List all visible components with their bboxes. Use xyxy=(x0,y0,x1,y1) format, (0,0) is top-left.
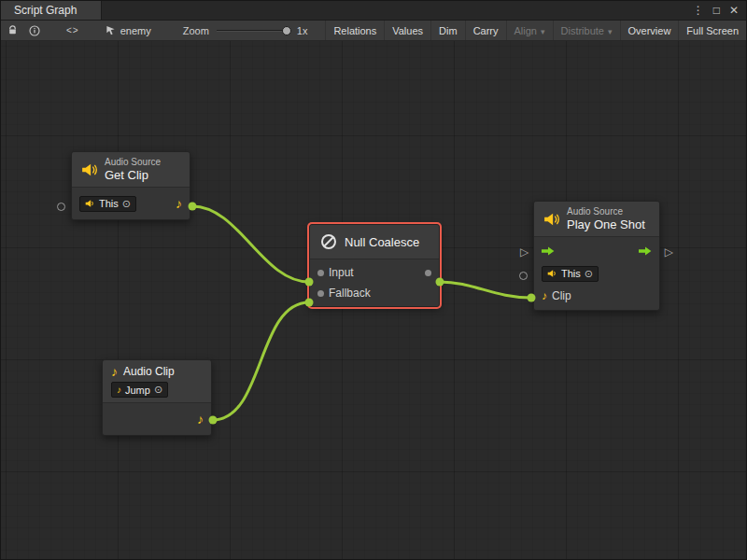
zoom-slider[interactable] xyxy=(217,26,291,35)
audio-clip-output-icon: ♪ xyxy=(176,197,182,210)
input-label: Input xyxy=(329,266,354,279)
wire-nulloutput-to-clip[interactable] xyxy=(440,282,531,298)
flow-input-arrow-icon[interactable] xyxy=(542,246,555,256)
info-icon[interactable] xyxy=(23,21,46,40)
tab-title: Script Graph xyxy=(14,4,77,17)
dim-button[interactable]: Dim xyxy=(430,21,465,40)
audio-clip-icon: ♪ xyxy=(111,365,118,378)
audio-clip-value: Jump xyxy=(125,385,150,396)
node-title: Null Coalesce xyxy=(345,235,419,249)
object-picker-icon[interactable]: ⊙ xyxy=(585,269,593,279)
speaker-icon xyxy=(547,269,557,278)
caret-down-icon: ▾ xyxy=(608,27,613,36)
node-category: Audio Source xyxy=(567,206,645,217)
flow-output-arrow-icon[interactable] xyxy=(639,246,652,256)
node-category: Audio Source xyxy=(105,157,161,168)
audio-source-icon xyxy=(81,162,98,177)
wire-audioclip-to-fallback[interactable] xyxy=(213,302,309,420)
object-picker-icon[interactable]: ⊙ xyxy=(122,199,131,209)
node-header: ♪ Audio Clip ♪ Jump ⊙ xyxy=(103,360,211,402)
overview-button[interactable]: Overview xyxy=(620,21,679,40)
toolbar-buttons: Relations Values Dim Carry Align▾ Distri… xyxy=(325,21,746,40)
node-title: Get Clip xyxy=(105,168,161,182)
flow-input-port[interactable]: ▷ xyxy=(520,246,529,258)
script-graph-window: Script Graph ⋮ □ ✕ <> enemy Zoom 1x Rela… xyxy=(0,0,747,560)
relations-button[interactable]: Relations xyxy=(325,21,384,40)
this-object-field[interactable]: This ⊙ xyxy=(79,196,136,212)
audio-clip-icon: ♪ xyxy=(542,290,547,301)
tab-script-graph[interactable]: Script Graph xyxy=(1,1,102,20)
node-get-clip[interactable]: Audio Source Get Clip This ⊙ ♪ xyxy=(71,151,190,220)
zoom-slider-track[interactable] xyxy=(217,30,291,32)
fullscreen-button[interactable]: Full Screen xyxy=(678,21,746,40)
node-body: Input Fallback xyxy=(310,259,439,306)
flow-output-port[interactable]: ▷ xyxy=(665,246,673,258)
values-button[interactable]: Values xyxy=(384,21,430,40)
this-input-port[interactable] xyxy=(519,272,528,280)
note-icon: ♪ xyxy=(117,385,121,395)
fallback-port[interactable] xyxy=(317,290,324,297)
maximize-icon[interactable]: □ xyxy=(713,5,720,16)
audio-source-icon xyxy=(543,212,560,227)
this-value: This xyxy=(99,198,119,209)
node-body: This ⊙ ♪ Clip xyxy=(534,236,659,310)
audio-clip-object-field[interactable]: ♪ Jump ⊙ xyxy=(111,382,168,398)
zoom-value: 1x xyxy=(297,25,308,36)
node-play-one-shot[interactable]: Audio Source Play One Shot This ⊙ xyxy=(533,201,660,311)
node-titles: Audio Source Play One Shot xyxy=(567,206,645,231)
node-title: Play One Shot xyxy=(567,217,645,231)
audio-clip-output-icon: ♪ xyxy=(197,413,204,426)
this-object-field[interactable]: This ⊙ xyxy=(542,266,599,282)
caret-down-icon: ▾ xyxy=(541,27,545,36)
node-header: Audio Source Play One Shot xyxy=(534,202,659,236)
result-output-port[interactable] xyxy=(425,270,431,276)
wire-getclip-to-input[interactable] xyxy=(192,206,309,282)
input-port[interactable] xyxy=(317,270,324,276)
node-audio-clip[interactable]: ♪ Audio Clip ♪ Jump ⊙ ♪ xyxy=(102,359,212,436)
node-header: Audio Source Get Clip xyxy=(72,152,190,187)
null-coalesce-icon xyxy=(319,232,338,251)
node-body: ♪ xyxy=(103,402,211,435)
this-value: This xyxy=(561,268,581,279)
node-header: Null Coalesce xyxy=(310,225,439,259)
fallback-label: Fallback xyxy=(329,287,371,300)
node-null-coalesce[interactable]: Null Coalesce Input Fallback xyxy=(309,224,440,307)
this-input-port[interactable] xyxy=(57,203,65,211)
zoom-label: Zoom xyxy=(183,25,209,36)
zoom-slider-handle[interactable] xyxy=(282,26,291,35)
close-icon[interactable]: ✕ xyxy=(729,5,739,16)
menu-icon[interactable]: ⋮ xyxy=(693,5,704,16)
graph-name: enemy xyxy=(120,25,151,36)
clip-label: Clip xyxy=(552,289,571,302)
lock-icon[interactable] xyxy=(1,21,23,40)
node-title: Audio Clip xyxy=(123,365,175,378)
distribute-button[interactable]: Distribute▾ xyxy=(553,21,620,40)
graph-breadcrumb: enemy xyxy=(106,25,151,36)
pointer-icon xyxy=(106,25,116,36)
code-view-icon[interactable]: <> xyxy=(66,25,79,35)
carry-button[interactable]: Carry xyxy=(465,21,506,40)
node-titles: Audio Source Get Clip xyxy=(105,157,161,182)
align-button[interactable]: Align▾ xyxy=(506,21,553,40)
object-picker-icon[interactable]: ⊙ xyxy=(154,385,162,395)
speaker-icon xyxy=(85,199,95,208)
node-body: This ⊙ ♪ xyxy=(72,187,190,219)
graph-canvas[interactable]: Audio Source Get Clip This ⊙ ♪ xyxy=(1,41,747,560)
graph-toolbar: <> enemy Zoom 1x Relations Values Dim Ca… xyxy=(1,21,746,41)
window-controls: ⋮ □ ✕ xyxy=(685,1,746,20)
titlebar: Script Graph ⋮ □ ✕ xyxy=(1,1,746,21)
